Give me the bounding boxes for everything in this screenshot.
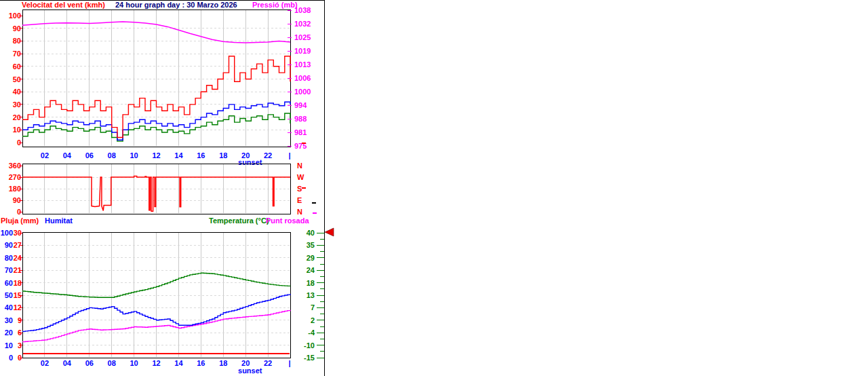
x-tick-label: 12 xyxy=(152,359,160,367)
direction-axis-tick-label: 0 xyxy=(17,208,21,216)
wind-axis-tick-label: 0 xyxy=(17,138,21,147)
rain-axis-tick-label: 30 xyxy=(14,229,22,237)
temperature-axis-tick-label: 7 xyxy=(311,303,315,312)
x-tick-label: 10 xyxy=(130,151,138,159)
rain-axis-tick-label: 9 xyxy=(18,316,22,324)
sunset-label: sunset xyxy=(238,158,262,166)
x-tick-label: 08 xyxy=(108,359,116,367)
wind-axis-tick-label: 30 xyxy=(13,100,21,109)
x-tick-label: 18 xyxy=(219,359,227,367)
rain-axis-tick-label: 3 xyxy=(18,341,22,350)
pressure-axis-tick-label: 1013 xyxy=(294,60,311,69)
x-tick-label: 10 xyxy=(130,359,138,367)
x-tick-label: 14 xyxy=(174,359,183,367)
direction-axis-tick-label: 270 xyxy=(9,173,21,181)
x-tick-label: 22 xyxy=(264,151,272,159)
temperature-axis-tick-label: -10 xyxy=(304,341,315,350)
temperature-axis-tick-label: -4 xyxy=(308,328,315,337)
wind-axis-tick-label: 90 xyxy=(13,24,21,33)
humidity-axis-tick-label: 100 xyxy=(1,229,13,237)
pressure-axis-tick-label: 1032 xyxy=(294,20,311,28)
x-axis-end-mark: | xyxy=(288,151,290,159)
pressure-axis-tick-label: 988 xyxy=(294,115,307,123)
wind-axis-tick-label: 50 xyxy=(13,75,21,83)
rain-axis-tick-label: 27 xyxy=(14,241,22,249)
wind-axis-tick-label: 60 xyxy=(13,62,21,71)
x-tick-label: 04 xyxy=(63,359,72,367)
humidity-axis-tick-label: 0 xyxy=(9,354,13,362)
rain-axis-tick-label: 21 xyxy=(14,266,22,274)
rain-axis-tick-label: 6 xyxy=(18,328,22,337)
rain-axis-tick-label: 0 xyxy=(18,354,22,362)
direction-axis-tick-label: 90 xyxy=(13,196,21,204)
humidity-axis-tick-label: 60 xyxy=(5,279,13,287)
humidity-axis-tick-label: 10 xyxy=(5,341,13,350)
humidity-axis-tick-label: 80 xyxy=(5,254,13,262)
rain-axis-tick-label: 18 xyxy=(14,279,22,287)
x-tick-label: 14 xyxy=(174,151,183,159)
wind-axis-tick-label: 40 xyxy=(13,88,21,96)
humidity-axis-tick-label: 40 xyxy=(5,303,13,312)
wind-axis-tick-label: 20 xyxy=(13,113,21,121)
compass-label: E xyxy=(297,196,302,204)
x-tick-label: 18 xyxy=(219,151,227,159)
pressure-axis-tick-label: 981 xyxy=(294,128,307,136)
x-tick-label: 22 xyxy=(264,359,272,367)
temperature-axis-tick-label: 40 xyxy=(307,229,315,237)
pressure-axis-tick-label: 1025 xyxy=(294,33,311,41)
humidity-axis-tick-label: 20 xyxy=(5,328,13,337)
x-axis-end-mark: | xyxy=(288,359,290,367)
pressure-axis-tick-label: 1038 xyxy=(294,6,311,14)
compass-label: N xyxy=(297,208,302,216)
current-value-arrow-marker xyxy=(325,228,334,236)
rain-axis-tick-label: 12 xyxy=(14,303,22,312)
weather-graph-panel: Velocitat del vent (kmh) 24 hour graph d… xyxy=(0,0,868,376)
wind-axis-tick-label: 100 xyxy=(9,12,21,20)
temperature-axis-tick-label: 2 xyxy=(311,316,315,324)
x-tick-label: 06 xyxy=(85,359,94,367)
x-tick-label: 16 xyxy=(197,151,205,159)
compass-label: N xyxy=(297,162,302,170)
temperature-axis-tick-label: 13 xyxy=(307,291,315,299)
pressure-axis-tick-label: 1006 xyxy=(294,74,311,82)
x-tick-label: 02 xyxy=(41,151,49,159)
charts-canvas: 1009080706050403020100103810321025101910… xyxy=(0,0,868,376)
humidity-axis-tick-label: 30 xyxy=(5,316,13,324)
x-tick-label: 08 xyxy=(108,151,116,159)
rain-axis-tick-label: 24 xyxy=(14,254,22,262)
x-tick-label: 12 xyxy=(152,151,160,159)
wind-axis-tick-label: 70 xyxy=(13,50,21,58)
x-tick-label: 04 xyxy=(63,151,72,159)
direction-axis-tick-label: 180 xyxy=(9,185,21,193)
x-tick-label: 16 xyxy=(197,359,205,367)
wind-axis-tick-label: 80 xyxy=(13,37,21,45)
wind-axis-tick-label: 10 xyxy=(13,126,21,134)
rain-axis-tick-label: 15 xyxy=(14,291,22,299)
direction-axis-tick-label: 360 xyxy=(9,162,21,170)
humidity-axis-tick-label: 50 xyxy=(5,291,13,299)
temperature-axis-tick-label: 29 xyxy=(307,254,315,262)
humidity-axis-tick-label: 90 xyxy=(5,241,13,249)
temperature-axis-tick-label: 24 xyxy=(307,266,315,274)
temperature-axis-tick-label: -15 xyxy=(304,354,315,362)
humidity-axis-tick-label: 70 xyxy=(5,266,13,274)
temperature-axis-tick-label: 35 xyxy=(307,241,315,249)
sunset-label: sunset xyxy=(238,366,262,375)
pressure-axis-tick-label: 1019 xyxy=(294,47,311,55)
temperature-axis-tick-label: 18 xyxy=(307,279,315,287)
compass-label: S xyxy=(297,185,302,193)
compass-label: W xyxy=(297,173,304,181)
x-tick-label: 06 xyxy=(85,151,94,159)
pressure-axis-tick-label: 994 xyxy=(294,101,307,109)
pressure-axis-tick-label: 1000 xyxy=(294,88,311,96)
x-tick-label: 02 xyxy=(41,359,49,367)
